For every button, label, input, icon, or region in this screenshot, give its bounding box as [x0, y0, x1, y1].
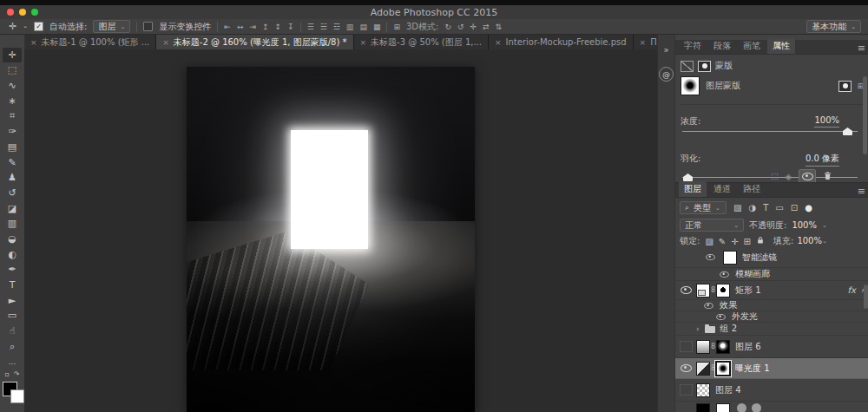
- filter-smart-objects-icon[interactable]: ⊡: [791, 203, 798, 213]
- default-colors-icon[interactable]: ▫: [4, 370, 9, 378]
- smart-filter-thumbnail[interactable]: [723, 251, 737, 265]
- filter-toggle-icon[interactable]: ●: [805, 203, 812, 213]
- tab-character[interactable]: 字符: [679, 38, 707, 54]
- chevron-down-icon[interactable]: ⌄: [822, 237, 827, 245]
- document-tab-3[interactable]: × 未标题-3 @ 50% (图层 1,...: [354, 35, 489, 49]
- close-tab-icon[interactable]: ×: [30, 38, 37, 47]
- properties-scrollbar[interactable]: [863, 76, 867, 154]
- layers-scrollbar[interactable]: [864, 284, 868, 309]
- layer-thumbnail[interactable]: [696, 284, 710, 298]
- expand-group-icon[interactable]: ›: [696, 324, 700, 333]
- layer-name[interactable]: 矩形 1: [735, 284, 761, 297]
- lock-position-icon[interactable]: ✛: [731, 237, 738, 246]
- filter-pixel-layers-icon[interactable]: ▨: [733, 203, 741, 213]
- layer-row-blur-gallery[interactable]: 模糊画廊: [675, 268, 868, 281]
- tool-preset-chevron-icon[interactable]: ⌄: [23, 22, 28, 31]
- lock-image-pixels-icon[interactable]: ✎: [719, 237, 726, 246]
- hand-tool[interactable]: ☝: [3, 324, 22, 338]
- canvas-pasteboard[interactable]: [24, 49, 657, 412]
- close-tab-icon[interactable]: ×: [495, 38, 502, 47]
- adjustment-layer-icon[interactable]: [696, 362, 710, 376]
- path-selection-tool[interactable]: ►: [3, 293, 22, 308]
- tab-brush[interactable]: 画笔: [738, 38, 766, 54]
- align-bottom-edges-icon[interactable]: ↧: [287, 23, 294, 31]
- distribute-right-edges-icon[interactable]: ▦: [373, 23, 381, 31]
- layer-row-exposure-1-selected[interactable]: 8 曝光度 1: [675, 358, 868, 379]
- layer-name[interactable]: 组 2: [720, 323, 738, 335]
- gradient-tool[interactable]: ▥: [3, 216, 22, 231]
- layer-thumbnail[interactable]: [696, 383, 710, 397]
- show-transform-checkbox[interactable]: [143, 22, 153, 31]
- mask-thumbnail-selected[interactable]: [716, 362, 730, 376]
- visibility-eye-icon[interactable]: [681, 364, 692, 372]
- outer-glow-row[interactable]: 外发光: [675, 311, 868, 323]
- layer-name[interactable]: 模糊画廊: [735, 268, 770, 280]
- tab-layers[interactable]: 图层: [679, 181, 707, 197]
- canvas-document[interactable]: [187, 67, 475, 412]
- document-tab-1[interactable]: × 未标题-1 @ 100% (矩形 ...: [24, 35, 156, 49]
- layer-filter-dropdown[interactable]: ⌕ 类型 ⌄: [680, 201, 727, 214]
- 3d-roll-icon[interactable]: ↺: [457, 23, 464, 31]
- mask-link-icon[interactable]: 8: [710, 364, 716, 372]
- history-brush-tool[interactable]: ↺: [3, 186, 22, 200]
- clone-stamp-tool[interactable]: ♟: [3, 170, 22, 185]
- brush-tool[interactable]: ✎: [3, 155, 22, 170]
- pixel-mask-icon[interactable]: [681, 61, 694, 72]
- move-tool[interactable]: ✛: [3, 48, 22, 62]
- layer-row-smart-filters[interactable]: 智能滤镜: [675, 247, 868, 268]
- document-tab-2-active[interactable]: × 未标题-2 @ 160% (曝光度 1, 图层蒙版/8) *: [156, 35, 353, 49]
- 3d-pan-icon[interactable]: ✛: [470, 23, 477, 31]
- swap-colors-icon[interactable]: ↷: [14, 370, 20, 378]
- tab-paragraph[interactable]: 段落: [708, 38, 736, 54]
- mask-link-icon[interactable]: 8: [710, 286, 716, 294]
- effects-row[interactable]: 效果: [675, 300, 868, 311]
- layer-name[interactable]: 图层 6: [735, 341, 761, 353]
- effects-label[interactable]: 效果: [720, 299, 737, 311]
- tab-properties[interactable]: 属性: [767, 38, 795, 54]
- edit-toolbar-icon[interactable]: …: [3, 354, 22, 369]
- lock-artboard-icon[interactable]: ⊞: [744, 237, 751, 246]
- tools-panel-header[interactable]: [0, 35, 24, 47]
- mask-thumbnail[interactable]: [716, 340, 730, 354]
- visibility-eye-slot[interactable]: [680, 384, 693, 396]
- align-right-edges-icon[interactable]: ⇥: [249, 23, 256, 31]
- feather-value[interactable]: 0.0 像素: [806, 153, 839, 167]
- layer-row-partial[interactable]: [675, 402, 868, 412]
- 3d-slide-icon[interactable]: ⇄: [483, 23, 490, 31]
- layer-row-group-2[interactable]: › 组 2: [675, 323, 868, 336]
- expand-panels-icon[interactable]: »: [663, 45, 668, 55]
- pen-tool[interactable]: ✒: [3, 262, 22, 277]
- mask-thumbnail[interactable]: [681, 76, 700, 95]
- distribute-left-edges-icon[interactable]: ▥: [346, 23, 354, 31]
- blur-tool[interactable]: ◒: [3, 232, 22, 246]
- align-top-edges-icon[interactable]: ↥: [262, 23, 269, 31]
- align-vertical-centers-icon[interactable]: ↕: [275, 23, 282, 31]
- layer-thumbnail[interactable]: [696, 403, 710, 412]
- lock-all-icon[interactable]: [756, 236, 765, 246]
- visibility-eye-slot[interactable]: [680, 341, 693, 352]
- density-value[interactable]: 100%: [814, 115, 839, 128]
- 3d-orbit-icon[interactable]: ↻: [444, 23, 451, 31]
- fill-value[interactable]: 100%: [797, 236, 822, 246]
- close-tab-icon[interactable]: ×: [162, 38, 169, 47]
- align-left-edges-icon[interactable]: ⇤: [224, 23, 231, 31]
- marquee-tool[interactable]: ⬚: [3, 62, 22, 77]
- layer-name[interactable]: 智能滤镜: [742, 252, 777, 264]
- feather-slider-handle[interactable]: [683, 173, 693, 181]
- creative-cloud-libraries-icon[interactable]: @: [659, 67, 674, 82]
- visibility-eye-icon[interactable]: [681, 286, 692, 294]
- tab-paths[interactable]: 路径: [738, 181, 766, 197]
- close-tab-icon[interactable]: ×: [360, 38, 367, 47]
- distribute-top-edges-icon[interactable]: ☰: [307, 23, 314, 31]
- crop-tool[interactable]: ⌗: [3, 108, 22, 123]
- visibility-eye-icon[interactable]: [716, 313, 725, 319]
- 3d-scale-icon[interactable]: ⇅: [496, 23, 503, 31]
- filter-shape-layers-icon[interactable]: ▭: [775, 203, 783, 213]
- panel-menu-icon[interactable]: ≡: [858, 186, 865, 197]
- align-horizontal-centers-icon[interactable]: ↔: [237, 23, 244, 31]
- lock-transparent-pixels-icon[interactable]: ▨: [705, 237, 713, 246]
- opacity-value[interactable]: 100%: [792, 220, 817, 231]
- eraser-tool[interactable]: ◪: [3, 201, 22, 216]
- visibility-eye-icon[interactable]: [704, 302, 713, 308]
- density-slider-handle[interactable]: [843, 128, 852, 135]
